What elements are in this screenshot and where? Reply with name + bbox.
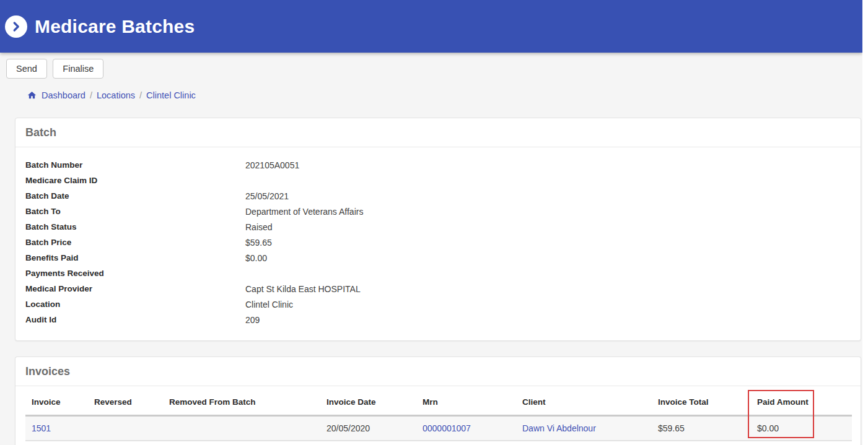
column-header-removed-from-batch: Removed From Batch: [163, 386, 320, 416]
column-header-invoice-date: Invoice Date: [320, 386, 416, 416]
batch-panel-title: Batch: [15, 118, 861, 147]
invoices-table: Invoice Reversed Removed From Batch Invo…: [25, 386, 852, 441]
page-title: Medicare Batches: [35, 16, 195, 37]
send-button[interactable]: Send: [6, 59, 47, 79]
cell-invoice: 1501: [25, 416, 88, 441]
field-label: Batch Date: [25, 191, 245, 201]
field-row-medical-provider: Medical Provider Capt St Kilda East HOSP…: [25, 281, 851, 296]
client-link[interactable]: Dawn Vi Abdelnour: [522, 423, 596, 433]
field-value: $0.00: [245, 253, 267, 263]
field-value: 25/05/2021: [245, 191, 289, 201]
field-row-batch-to: Batch To Department of Veterans Affairs: [25, 204, 851, 219]
field-label: Batch Number: [25, 160, 245, 170]
breadcrumb-separator: /: [90, 90, 92, 100]
cell-removed-from-batch: [163, 416, 320, 441]
breadcrumb-separator: /: [139, 90, 142, 100]
breadcrumb-dashboard[interactable]: Dashboard: [42, 90, 85, 100]
field-row-location: Location Clintel Clinic: [25, 296, 851, 312]
field-row-batch-date: Batch Date 25/05/2021: [25, 188, 851, 204]
cell-reversed: [88, 416, 163, 441]
invoice-table-row: 1501 20/05/2020 0000001007 Dawn Vi Abdel…: [25, 416, 852, 441]
field-row-batch-price: Batch Price $59.65: [25, 235, 851, 250]
batch-panel: Batch Batch Number 202105A0051 Medicare …: [15, 118, 861, 341]
breadcrumb-clintel-clinic[interactable]: Clintel Clinic: [146, 90, 196, 100]
batch-fields: Batch Number 202105A0051 Medicare Claim …: [15, 147, 861, 340]
field-value: Clintel Clinic: [245, 300, 293, 309]
invoices-table-header-row: Invoice Reversed Removed From Batch Invo…: [25, 386, 852, 416]
breadcrumb: Dashboard / Locations / Clintel Clinic: [27, 90, 862, 100]
finalise-button[interactable]: Finalise: [53, 59, 103, 79]
toolbar: Send Finalise: [0, 53, 862, 79]
mrn-link[interactable]: 0000001007: [423, 423, 471, 433]
field-label: Batch To: [25, 207, 245, 216]
field-label: Payments Received: [25, 269, 245, 278]
column-header-mrn: Mrn: [416, 386, 516, 416]
field-value: $59.65: [245, 238, 272, 248]
cell-invoice-date: 20/05/2020: [320, 416, 416, 441]
column-header-invoice-total: Invoice Total: [652, 386, 751, 416]
invoices-panel-title: Invoices: [15, 357, 861, 386]
field-row-audit-id: Audit Id 209: [25, 312, 851, 327]
field-row-medicare-claim-id: Medicare Claim ID: [25, 173, 851, 188]
invoices-panel: Invoices Invoice Reversed Removed From B…: [15, 356, 861, 445]
breadcrumb-locations[interactable]: Locations: [97, 90, 135, 100]
field-value: 202105A0051: [245, 160, 299, 170]
field-label: Location: [25, 300, 245, 309]
column-header-invoice: Invoice: [25, 386, 88, 416]
chevron-right-circle-icon[interactable]: [5, 15, 27, 38]
field-row-batch-status: Batch Status Raised: [25, 219, 851, 235]
field-label: Medicare Claim ID: [25, 176, 245, 185]
invoice-number-link[interactable]: 1501: [32, 423, 51, 433]
field-value: 209: [245, 315, 260, 325]
field-label: Medical Provider: [25, 284, 245, 293]
cell-invoice-total: $59.65: [652, 416, 751, 441]
field-row-batch-number: Batch Number 202105A0051: [25, 157, 851, 173]
home-icon[interactable]: [27, 90, 37, 100]
field-row-benefits-paid: Benefits Paid $0.00: [25, 250, 851, 266]
page: Medicare Batches Send Finalise Dashboard…: [0, 0, 862, 445]
field-value: Raised: [245, 222, 273, 232]
column-header-reversed: Reversed: [88, 386, 163, 416]
field-label: Audit Id: [25, 315, 245, 324]
field-label: Benefits Paid: [25, 253, 245, 262]
cell-mrn: 0000001007: [416, 416, 516, 441]
field-label: Batch Status: [25, 222, 245, 231]
field-row-payments-received: Payments Received: [25, 266, 851, 281]
column-header-client: Client: [516, 386, 652, 416]
cell-paid-amount: $0.00: [751, 416, 852, 441]
app-header: Medicare Batches: [0, 0, 862, 53]
field-value: Department of Veterans Affairs: [245, 207, 363, 217]
field-label: Batch Price: [25, 238, 245, 247]
column-header-paid-amount: Paid Amount: [751, 386, 852, 416]
cell-client: Dawn Vi Abdelnour: [516, 416, 652, 441]
field-value: Capt St Kilda East HOSPITAL: [245, 284, 361, 294]
